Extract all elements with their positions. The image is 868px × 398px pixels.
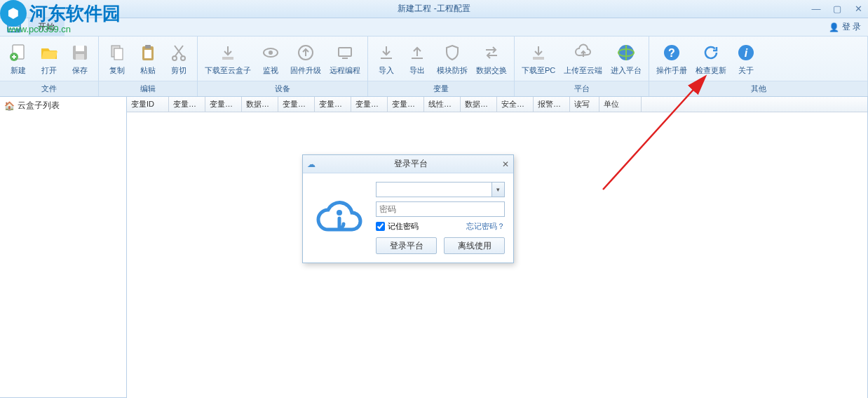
login-link[interactable]: 👤 登 录 — [829, 21, 861, 33]
check-update-button[interactable]: 检查更新 — [691, 38, 731, 79]
svg-rect-10 — [114, 48, 123, 60]
cloud-upload-icon — [572, 41, 595, 64]
close-button[interactable]: ✕ — [853, 4, 864, 14]
group-label-other: 其他 — [649, 81, 867, 96]
export-button[interactable]: 导出 — [402, 38, 433, 79]
download-icon — [217, 41, 239, 64]
cut-button[interactable]: 剪切 — [163, 38, 194, 79]
forgot-password-link[interactable]: 忘记密码？ — [466, 221, 505, 232]
col-13[interactable]: 单位 — [599, 97, 642, 112]
shield-icon — [441, 41, 463, 64]
ribbon-group-file: 新建 打开 保存 文件 — [0, 37, 99, 96]
new-icon — [7, 41, 29, 64]
username-dropdown-button[interactable]: ▾ — [491, 183, 504, 197]
save-button[interactable]: 保存 — [65, 38, 95, 79]
password-input[interactable] — [376, 201, 505, 217]
tree-root-label: 云盒子列表 — [18, 100, 60, 112]
svg-rect-1 — [9, 24, 20, 26]
login-button[interactable]: 登录平台 — [376, 237, 437, 254]
dialog-title: 登录平台 — [320, 158, 502, 170]
svg-rect-12 — [145, 45, 151, 48]
offline-button[interactable]: 离线使用 — [444, 237, 505, 254]
copy-icon — [106, 41, 128, 64]
window-title: 新建工程 -工程配置 — [398, 3, 470, 15]
download-pc-icon — [527, 41, 550, 64]
download-to-pc-button[interactable]: 下载至PC — [517, 38, 560, 79]
menu-start[interactable]: 开始 — [28, 18, 65, 36]
remember-label: 记住密码 — [388, 221, 419, 232]
firmware-upgrade-button[interactable]: 固件升级 — [286, 38, 325, 79]
col-9[interactable]: 数据… — [461, 97, 497, 112]
remote-icon — [334, 41, 356, 64]
svg-point-29 — [337, 210, 342, 215]
svg-point-15 — [181, 56, 185, 60]
refresh-icon — [700, 41, 722, 64]
svg-rect-21 — [342, 58, 348, 59]
svg-rect-2 — [9, 27, 20, 29]
svg-text:?: ? — [668, 47, 675, 59]
col-7[interactable]: 变量… — [388, 97, 424, 112]
remember-checkbox[interactable] — [376, 222, 385, 231]
dialog-close-button[interactable]: ✕ — [502, 159, 509, 169]
enter-platform-button[interactable]: 进入平台 — [606, 38, 646, 79]
maximize-button[interactable]: ▢ — [832, 4, 843, 14]
minimize-button[interactable]: — — [811, 4, 822, 14]
upload-to-cloud-button[interactable]: 上传至云端 — [560, 38, 606, 79]
col-1[interactable]: 变量… — [169, 97, 205, 112]
col-id[interactable]: 变量ID — [127, 97, 169, 112]
tamper-proof-button[interactable]: 模块防拆 — [433, 38, 472, 79]
group-label-platform: 平台 — [515, 81, 649, 96]
title-bar: 新建工程 -工程配置 — ▢ ✕ — [0, 0, 868, 18]
username-input[interactable] — [376, 182, 505, 197]
ribbon-group-edit: 复制 粘贴 剪切 编辑 — [99, 37, 198, 96]
tree-root-cloudbox[interactable]: 🏠 云盒子列表 — [0, 97, 126, 114]
login-label: 登 录 — [842, 21, 861, 33]
data-exchange-button[interactable]: 数据交换 — [472, 38, 511, 79]
export-icon — [406, 41, 428, 64]
home-icon: 🏠 — [4, 101, 15, 111]
dialog-titlebar: ☁ 登录平台 ✕ — [303, 155, 513, 173]
remote-program-button[interactable]: 远程编程 — [325, 38, 365, 79]
svg-point-18 — [269, 51, 273, 55]
col-6[interactable]: 变量… — [351, 97, 388, 112]
login-dialog: ☁ 登录平台 ✕ ▾ — [302, 154, 514, 263]
group-label-device: 设备 — [198, 81, 367, 96]
app-menu-icon[interactable] — [0, 18, 28, 37]
import-icon — [375, 41, 398, 64]
info-icon: i — [735, 41, 757, 64]
menu-bar: 开始 👤 登 录 — [0, 18, 868, 37]
exchange-icon — [480, 41, 503, 64]
col-2[interactable]: 变量… — [205, 97, 242, 112]
col-11[interactable]: 报警… — [534, 97, 570, 112]
open-icon — [38, 41, 60, 64]
ribbon-group-device: 下载至云盒子 监视 固件升级 远程编程 设备 — [198, 37, 368, 96]
paste-icon — [137, 41, 159, 64]
copy-button[interactable]: 复制 — [102, 38, 133, 79]
svg-rect-13 — [144, 50, 151, 58]
col-3[interactable]: 数据… — [242, 97, 278, 112]
ribbon-group-other: ? 操作手册 检查更新 i 关于 其他 — [649, 37, 868, 96]
group-label-file: 文件 — [0, 81, 98, 96]
eye-icon — [259, 41, 282, 64]
svg-point-14 — [172, 56, 177, 60]
monitor-button[interactable]: 监视 — [255, 38, 286, 79]
remember-checkbox-wrap[interactable]: 记住密码 — [376, 221, 419, 232]
col-12[interactable]: 读写 — [570, 97, 599, 112]
col-5[interactable]: 变量… — [315, 97, 351, 112]
col-10[interactable]: 安全… — [497, 97, 534, 112]
user-icon: 👤 — [829, 22, 839, 32]
manual-button[interactable]: ? 操作手册 — [652, 38, 691, 79]
open-button[interactable]: 打开 — [34, 38, 65, 79]
new-button[interactable]: 新建 — [3, 38, 34, 79]
col-8[interactable]: 线性… — [424, 97, 461, 112]
about-button[interactable]: i 关于 — [731, 38, 761, 79]
col-4[interactable]: 变量… — [278, 97, 315, 112]
dialog-logo — [311, 182, 367, 254]
import-button[interactable]: 导入 — [371, 38, 402, 79]
ribbon-group-platform: 下载至PC 上传至云端 进入平台 平台 — [515, 37, 649, 96]
paste-button[interactable]: 粘贴 — [133, 38, 163, 79]
svg-rect-3 — [9, 29, 16, 31]
help-icon: ? — [660, 41, 683, 64]
download-to-cloudbox-button[interactable]: 下载至云盒子 — [201, 38, 255, 79]
cut-icon — [168, 41, 190, 64]
